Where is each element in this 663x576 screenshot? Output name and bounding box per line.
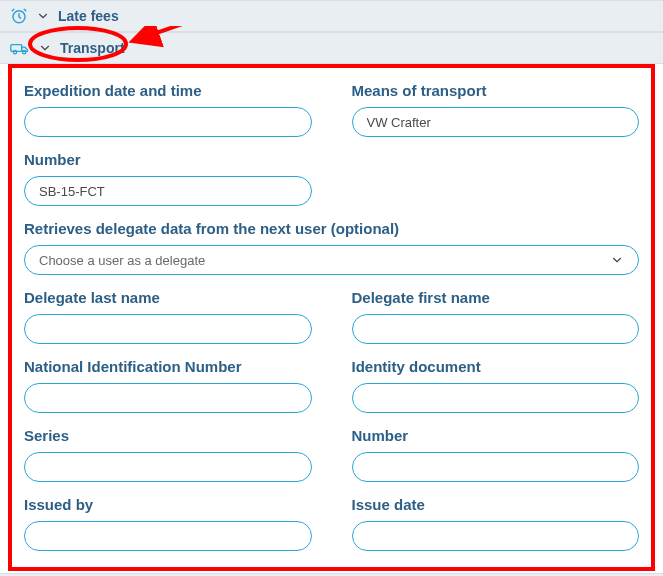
transport-form-panel: Expedition date and time Means of transp…	[0, 64, 663, 573]
section-bar-transport[interactable]: Transport	[0, 32, 663, 64]
section-bar-late-fees[interactable]: Late fees	[0, 0, 663, 32]
clock-icon	[10, 7, 28, 25]
label-delegate-last-name: Delegate last name	[24, 289, 312, 306]
input-expedition-date-time[interactable]	[24, 107, 312, 137]
input-series[interactable]	[24, 452, 312, 482]
input-delegate-last-name[interactable]	[24, 314, 312, 344]
select-delegate-placeholder: Choose a user as a delegate	[39, 253, 205, 268]
svg-point-3	[23, 51, 26, 54]
input-transport-number[interactable]	[24, 176, 312, 206]
input-national-id-number[interactable]	[24, 383, 312, 413]
svg-point-2	[13, 51, 16, 54]
label-issued-by: Issued by	[24, 496, 312, 513]
label-identity-document: Identity document	[352, 358, 640, 375]
input-issued-by[interactable]	[24, 521, 312, 551]
input-means-of-transport[interactable]	[352, 107, 640, 137]
input-identity-document[interactable]	[352, 383, 640, 413]
chevron-down-icon	[38, 41, 52, 55]
label-expedition: Expedition date and time	[24, 82, 312, 99]
label-series: Series	[24, 427, 312, 444]
select-delegate-user[interactable]: Choose a user as a delegate	[24, 245, 639, 275]
label-number-bottom: Number	[352, 427, 640, 444]
input-delegate-first-name[interactable]	[352, 314, 640, 344]
input-issue-date[interactable]	[352, 521, 640, 551]
chevron-down-icon	[610, 253, 624, 267]
label-issue-date: Issue date	[352, 496, 640, 513]
input-doc-number[interactable]	[352, 452, 640, 482]
label-delegate-first-name: Delegate first name	[352, 289, 640, 306]
section-title-late-fees: Late fees	[58, 8, 119, 24]
label-national-id-number: National Identification Number	[24, 358, 312, 375]
label-number-top: Number	[24, 151, 312, 168]
label-means: Means of transport	[352, 82, 640, 99]
chevron-down-icon	[36, 9, 50, 23]
label-retrieve-delegate: Retrieves delegate data from the next us…	[24, 220, 639, 237]
truck-icon	[10, 39, 30, 57]
section-title-transport: Transport	[60, 40, 125, 56]
